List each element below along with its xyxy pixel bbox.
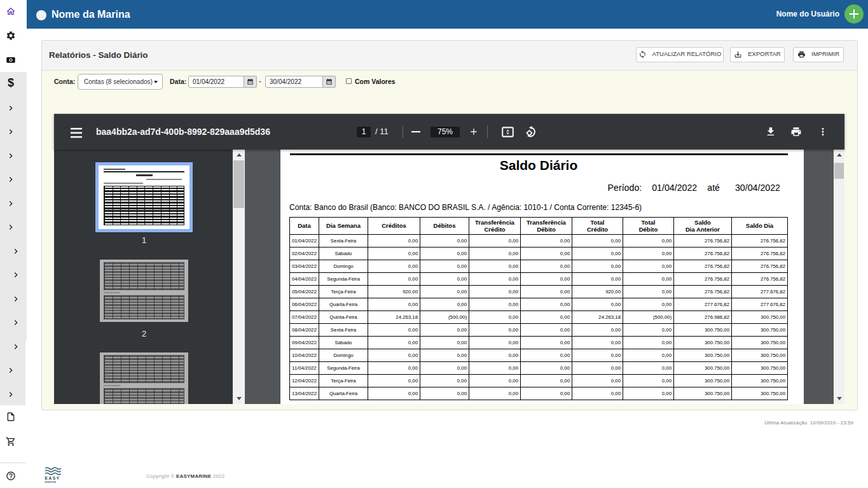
svg-text:MARINE: MARINE (45, 480, 57, 484)
